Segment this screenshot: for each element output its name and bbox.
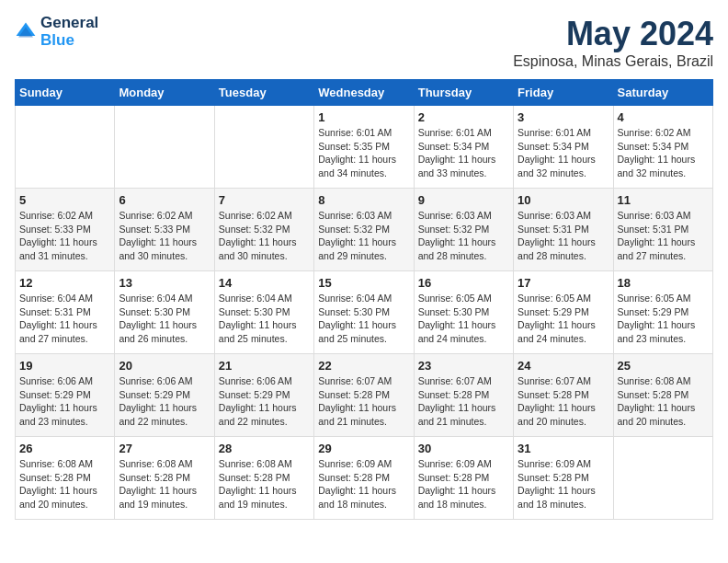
day-number: 6	[119, 193, 210, 207]
calendar-cell: 21Sunrise: 6:06 AM Sunset: 5:29 PM Dayli…	[214, 354, 313, 437]
logo-icon	[15, 21, 37, 43]
day-number: 2	[418, 110, 509, 124]
day-info: Sunrise: 6:08 AM Sunset: 5:28 PM Dayligh…	[219, 457, 310, 511]
calendar-cell: 28Sunrise: 6:08 AM Sunset: 5:28 PM Dayli…	[214, 437, 313, 520]
calendar-cell	[613, 437, 712, 520]
weekday-header-row: SundayMondayTuesdayWednesdayThursdayFrid…	[16, 80, 713, 106]
weekday-header: Monday	[115, 80, 214, 106]
day-number: 20	[119, 359, 210, 373]
day-info: Sunrise: 6:02 AM Sunset: 5:33 PM Dayligh…	[119, 209, 210, 263]
day-info: Sunrise: 6:03 AM Sunset: 5:31 PM Dayligh…	[618, 209, 709, 263]
day-number: 30	[418, 442, 509, 455]
day-info: Sunrise: 6:04 AM Sunset: 5:30 PM Dayligh…	[219, 292, 310, 346]
day-number: 24	[518, 359, 609, 373]
calendar-cell: 23Sunrise: 6:07 AM Sunset: 5:28 PM Dayli…	[414, 354, 513, 437]
day-info: Sunrise: 6:08 AM Sunset: 5:28 PM Dayligh…	[119, 457, 210, 511]
calendar-cell: 15Sunrise: 6:04 AM Sunset: 5:30 PM Dayli…	[314, 271, 414, 354]
calendar-cell: 6Sunrise: 6:02 AM Sunset: 5:33 PM Daylig…	[115, 189, 214, 271]
day-info: Sunrise: 6:09 AM Sunset: 5:28 PM Dayligh…	[318, 457, 409, 511]
calendar-cell: 24Sunrise: 6:07 AM Sunset: 5:28 PM Dayli…	[514, 354, 613, 437]
day-info: Sunrise: 6:08 AM Sunset: 5:28 PM Dayligh…	[19, 457, 110, 511]
day-info: Sunrise: 6:03 AM Sunset: 5:32 PM Dayligh…	[318, 209, 409, 263]
day-info: Sunrise: 6:04 AM Sunset: 5:31 PM Dayligh…	[19, 292, 110, 346]
calendar-cell: 8Sunrise: 6:03 AM Sunset: 5:32 PM Daylig…	[314, 189, 414, 271]
weekday-header: Wednesday	[314, 80, 414, 106]
day-info: Sunrise: 6:06 AM Sunset: 5:29 PM Dayligh…	[219, 374, 310, 429]
weekday-header: Saturday	[613, 80, 712, 106]
weekday-header: Tuesday	[214, 80, 313, 106]
page-header: General Blue May 2024 Espinosa, Minas Ge…	[15, 15, 713, 70]
day-number: 15	[318, 276, 409, 290]
title-block: May 2024 Espinosa, Minas Gerais, Brazil	[513, 15, 713, 70]
calendar-cell: 25Sunrise: 6:08 AM Sunset: 5:28 PM Dayli…	[613, 354, 712, 437]
day-info: Sunrise: 6:03 AM Sunset: 5:31 PM Dayligh…	[518, 209, 609, 263]
calendar-cell	[214, 106, 313, 189]
calendar-cell	[16, 106, 115, 189]
day-info: Sunrise: 6:01 AM Sunset: 5:35 PM Dayligh…	[318, 126, 409, 180]
day-number: 22	[318, 359, 409, 373]
calendar-cell: 13Sunrise: 6:04 AM Sunset: 5:30 PM Dayli…	[115, 271, 214, 354]
day-number: 9	[418, 193, 509, 207]
day-number: 14	[219, 276, 310, 290]
day-info: Sunrise: 6:06 AM Sunset: 5:29 PM Dayligh…	[19, 374, 110, 429]
day-info: Sunrise: 6:02 AM Sunset: 5:33 PM Dayligh…	[19, 209, 110, 263]
month-title: May 2024	[513, 15, 713, 53]
weekday-header: Friday	[514, 80, 613, 106]
calendar-cell: 2Sunrise: 6:01 AM Sunset: 5:34 PM Daylig…	[414, 106, 513, 189]
day-number: 7	[219, 193, 310, 207]
day-info: Sunrise: 6:07 AM Sunset: 5:28 PM Dayligh…	[318, 374, 409, 429]
calendar-cell: 16Sunrise: 6:05 AM Sunset: 5:30 PM Dayli…	[414, 271, 513, 354]
calendar-week-row: 1Sunrise: 6:01 AM Sunset: 5:35 PM Daylig…	[16, 106, 713, 189]
weekday-header: Sunday	[16, 80, 115, 106]
day-info: Sunrise: 6:05 AM Sunset: 5:30 PM Dayligh…	[418, 292, 509, 346]
day-info: Sunrise: 6:09 AM Sunset: 5:28 PM Dayligh…	[418, 457, 509, 511]
day-number: 31	[518, 442, 609, 455]
calendar-cell: 19Sunrise: 6:06 AM Sunset: 5:29 PM Dayli…	[16, 354, 115, 437]
calendar-cell: 31Sunrise: 6:09 AM Sunset: 5:28 PM Dayli…	[514, 437, 613, 520]
day-info: Sunrise: 6:08 AM Sunset: 5:28 PM Dayligh…	[618, 374, 709, 429]
day-info: Sunrise: 6:01 AM Sunset: 5:34 PM Dayligh…	[418, 126, 509, 180]
day-number: 13	[119, 276, 210, 290]
day-info: Sunrise: 6:06 AM Sunset: 5:29 PM Dayligh…	[119, 374, 210, 429]
day-number: 10	[518, 193, 609, 207]
day-info: Sunrise: 6:02 AM Sunset: 5:32 PM Dayligh…	[219, 209, 310, 263]
day-info: Sunrise: 6:01 AM Sunset: 5:34 PM Dayligh…	[518, 126, 609, 180]
day-info: Sunrise: 6:07 AM Sunset: 5:28 PM Dayligh…	[518, 374, 609, 429]
calendar-cell: 22Sunrise: 6:07 AM Sunset: 5:28 PM Dayli…	[314, 354, 414, 437]
day-info: Sunrise: 6:02 AM Sunset: 5:34 PM Dayligh…	[618, 126, 709, 180]
day-info: Sunrise: 6:04 AM Sunset: 5:30 PM Dayligh…	[318, 292, 409, 346]
calendar-cell	[115, 106, 214, 189]
day-number: 5	[19, 193, 110, 207]
day-number: 18	[618, 276, 709, 290]
calendar-cell: 18Sunrise: 6:05 AM Sunset: 5:29 PM Dayli…	[613, 271, 712, 354]
day-number: 12	[19, 276, 110, 290]
day-info: Sunrise: 6:07 AM Sunset: 5:28 PM Dayligh…	[418, 374, 509, 429]
calendar-cell: 5Sunrise: 6:02 AM Sunset: 5:33 PM Daylig…	[16, 189, 115, 271]
calendar-week-row: 19Sunrise: 6:06 AM Sunset: 5:29 PM Dayli…	[16, 354, 713, 437]
calendar-cell: 3Sunrise: 6:01 AM Sunset: 5:34 PM Daylig…	[514, 106, 613, 189]
calendar-table: SundayMondayTuesdayWednesdayThursdayFrid…	[15, 79, 713, 520]
weekday-header: Thursday	[414, 80, 513, 106]
day-number: 25	[618, 359, 709, 373]
day-number: 26	[19, 442, 110, 455]
day-info: Sunrise: 6:05 AM Sunset: 5:29 PM Dayligh…	[618, 292, 709, 346]
day-number: 19	[19, 359, 110, 373]
calendar-cell: 30Sunrise: 6:09 AM Sunset: 5:28 PM Dayli…	[414, 437, 513, 520]
calendar-cell: 9Sunrise: 6:03 AM Sunset: 5:32 PM Daylig…	[414, 189, 513, 271]
day-number: 4	[618, 110, 709, 124]
day-number: 16	[418, 276, 509, 290]
calendar-cell: 7Sunrise: 6:02 AM Sunset: 5:32 PM Daylig…	[214, 189, 313, 271]
day-number: 11	[618, 193, 709, 207]
calendar-cell: 27Sunrise: 6:08 AM Sunset: 5:28 PM Dayli…	[115, 437, 214, 520]
calendar-cell: 1Sunrise: 6:01 AM Sunset: 5:35 PM Daylig…	[314, 106, 414, 189]
calendar-cell: 29Sunrise: 6:09 AM Sunset: 5:28 PM Dayli…	[314, 437, 414, 520]
day-info: Sunrise: 6:09 AM Sunset: 5:28 PM Dayligh…	[518, 457, 609, 511]
calendar-cell: 4Sunrise: 6:02 AM Sunset: 5:34 PM Daylig…	[613, 106, 712, 189]
calendar-cell: 20Sunrise: 6:06 AM Sunset: 5:29 PM Dayli…	[115, 354, 214, 437]
calendar-cell: 11Sunrise: 6:03 AM Sunset: 5:31 PM Dayli…	[613, 189, 712, 271]
calendar-cell: 17Sunrise: 6:05 AM Sunset: 5:29 PM Dayli…	[514, 271, 613, 354]
day-number: 8	[318, 193, 409, 207]
calendar-cell: 14Sunrise: 6:04 AM Sunset: 5:30 PM Dayli…	[214, 271, 313, 354]
day-info: Sunrise: 6:04 AM Sunset: 5:30 PM Dayligh…	[119, 292, 210, 346]
calendar-cell: 10Sunrise: 6:03 AM Sunset: 5:31 PM Dayli…	[514, 189, 613, 271]
